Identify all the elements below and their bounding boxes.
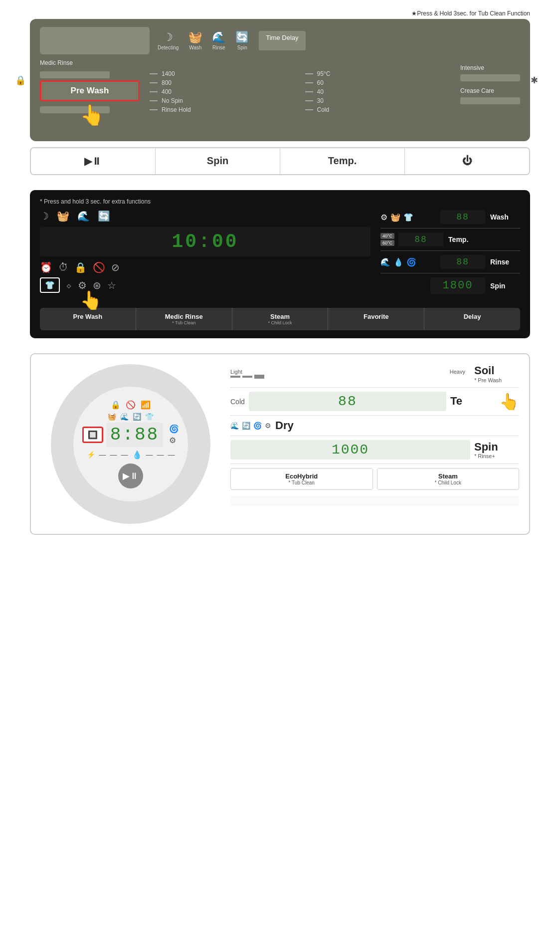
p2-delay-label: Delay	[464, 313, 481, 320]
panel2-note: * Press and hold 3 sec. for extra functi…	[40, 198, 520, 205]
dial-side-icon2: ⚙	[169, 436, 179, 445]
soil-bar-1	[230, 376, 240, 378]
panel2-temp-badges: 40°C 60°C	[380, 233, 394, 246]
panel3-soil-title: Soil	[474, 364, 494, 377]
spin-800: 800	[150, 79, 295, 86]
dial-icon-spin2: 🔄	[133, 413, 141, 421]
panel3-spin-label: Spin * Rinse+	[474, 441, 519, 459]
play-pause-button[interactable]: ▶⏸	[31, 148, 156, 174]
soil-bar-3	[254, 375, 264, 379]
spin-1400: 1400	[150, 70, 295, 77]
p2-favorite-btn[interactable]: Favorite	[328, 308, 424, 330]
dial-dash3: —	[121, 451, 128, 459]
p2-rinse-icon2: 💧	[393, 257, 403, 267]
temp-95: 95°C	[305, 70, 451, 77]
power-button[interactable]: ⏻	[405, 148, 529, 174]
panel2: * Press and hold 3 sec. for extra functi…	[30, 190, 530, 338]
dry-icon3: 🌀	[253, 422, 262, 430]
p2-steam-sub: * Child Lock	[235, 320, 325, 325]
detecting-icon: ☽	[163, 31, 173, 44]
dry-icon1: 🌊	[230, 422, 239, 430]
spin-400: 400	[150, 88, 295, 95]
crease-care-bar	[460, 97, 520, 104]
pre-wash-button[interactable]: Pre Wash	[40, 80, 140, 101]
panel1-display	[40, 27, 150, 54]
dry-icon4: ⚙	[265, 422, 271, 430]
rinse-icon-item: 🌊 Rinse	[212, 31, 225, 50]
p2-delay-btn[interactable]: Delay	[424, 308, 520, 330]
dial-dash5: —	[157, 451, 164, 459]
temp-cold: Cold	[305, 106, 451, 113]
spin-icon-item: 🔄 Spin	[235, 31, 249, 50]
panel3-soil-section: Light Heavy	[230, 369, 465, 379]
p2-medicrinse-btn[interactable]: Medic Rinse * Tub Clean	[136, 308, 232, 330]
detecting-icon-item: ☽ Detecting	[158, 31, 179, 50]
panel3-temp-seg: 88	[249, 392, 446, 411]
dial-water-icon: 💧	[132, 450, 142, 460]
panel3-soil-sub: * Pre Wash	[474, 377, 519, 383]
panel3-steam-label: Steam	[438, 472, 458, 480]
dial-icon-rinse2: 🌊	[120, 413, 129, 421]
hand-pointer-2: 👆	[80, 290, 102, 311]
panel3-temp-label: Te	[450, 395, 495, 407]
panel2-right: ⚙ 🧺 👕 88 Wash 40°C 60°C 88 Temp.	[380, 210, 520, 302]
dial-prewash-box: 🔲	[82, 427, 103, 443]
p2-icon-small2: ⚙	[78, 279, 87, 291]
p2-steam-label: Steam	[270, 313, 290, 320]
panel3-spin-row: 1000 Spin * Rinse+	[230, 440, 519, 464]
panel2-temp-label: Temp.	[448, 235, 478, 243]
p2-icon-lock2: 🔒	[74, 261, 87, 273]
panel1-bottom: Medic Rinse Pre Wash 1400 800 400 No Spi…	[40, 59, 520, 113]
p2-medicrinse-sub: * Tub Clean	[139, 320, 229, 325]
dial-time-display: 8:88	[106, 423, 163, 447]
panel1-icons: ☽ Detecting 🧺 Wash 🌊 Rinse 🔄 Spin	[158, 31, 520, 50]
panel3-soil-row: Light Heavy Soil * Pre Wash	[230, 364, 519, 388]
panel3-ecohybrid-label: EcoHybrid	[285, 472, 318, 480]
panel2-time-display: 10:00	[40, 227, 371, 256]
spin-label: Spin	[237, 45, 247, 50]
dry-icon2: 🔄	[242, 422, 250, 430]
panel1-temp-section: 95°C 60 40 30 Cold	[305, 59, 451, 113]
panel2-rinse-row: 🌊 💧 🌀 88 Rinse	[380, 255, 520, 273]
p2-icon-rinse: 🌊	[77, 210, 90, 222]
dial-icon-lock: 🔒	[111, 400, 121, 410]
spin-nospin: No Spin	[150, 97, 295, 104]
p2-icon-star: ☆	[107, 279, 116, 291]
panel2-wash-icons: ⚙ 🧺 👕	[380, 213, 440, 222]
dial-prewash-icon: 🔲	[88, 431, 98, 439]
panel2-left: ☽ 🧺 🌊 🔄 10:00 ⏰ ⏱ 🔒 🚫 ⊘ 👕 ⬦ ⚙	[40, 210, 371, 302]
temp-button[interactable]: Temp.	[280, 148, 405, 174]
dial-bolt-icon: ⚡	[87, 451, 95, 459]
time-delay-button[interactable]: Time Delay	[259, 31, 305, 50]
panel3-spin-sub: * Rinse+	[474, 453, 519, 459]
p2-steam-btn[interactable]: Steam * Child Lock	[232, 308, 329, 330]
dial-play-button[interactable]: ▶⏸	[118, 464, 143, 488]
lock-icon: 🔒	[15, 75, 26, 86]
dial-time-row: 🔲 8:88 🌀 ⚙	[82, 423, 179, 447]
panel3-dry-row: 🌊 🔄 🌀 ⚙ Dry	[230, 420, 519, 436]
p2-icon-small1: ⬦	[66, 279, 72, 291]
intensive-label: Intensive	[460, 64, 520, 71]
panel3-steam-btn[interactable]: Steam * Child Lock	[377, 468, 520, 490]
dial-icon-cancel: 🚫	[126, 400, 136, 410]
dial-icons-row2: 🧺 🌊 🔄 👕	[108, 413, 154, 421]
panel3-ecohybrid-btn[interactable]: EcoHybrid * Tub Clean	[230, 468, 373, 490]
panel3-soil-label-col: Soil * Pre Wash	[474, 364, 519, 383]
panel3-temp-row: Cold 88 Te 👆	[230, 392, 519, 416]
p2-icon-clock: ⏰	[40, 261, 52, 273]
panel2-wash-seg: 88	[440, 210, 485, 224]
panel3-spin-seg: 1000	[230, 440, 470, 460]
panel2-wash-label: Wash	[490, 213, 520, 221]
panel3-dry-label: Dry	[275, 420, 320, 432]
detecting-label: Detecting	[158, 45, 179, 50]
hand-pointer-1: 👆	[80, 103, 105, 127]
panel1: ☽ Detecting 🧺 Wash 🌊 Rinse 🔄 Spin	[30, 19, 530, 141]
dial-icon-shirt: 👕	[145, 413, 154, 421]
panel2-rinse-seg: 88	[440, 255, 485, 269]
p2-prewash-btn[interactable]: Pre Wash	[40, 308, 136, 330]
panel1-spin-section: 1400 800 400 No Spin Rinse Hold	[150, 59, 295, 113]
panel2-temp-seg: 88	[398, 232, 443, 246]
panel2-temp-60: 60°C	[380, 240, 394, 246]
dial-icon-wash2: 🧺	[108, 413, 116, 421]
spin-button[interactable]: Spin	[156, 148, 280, 174]
